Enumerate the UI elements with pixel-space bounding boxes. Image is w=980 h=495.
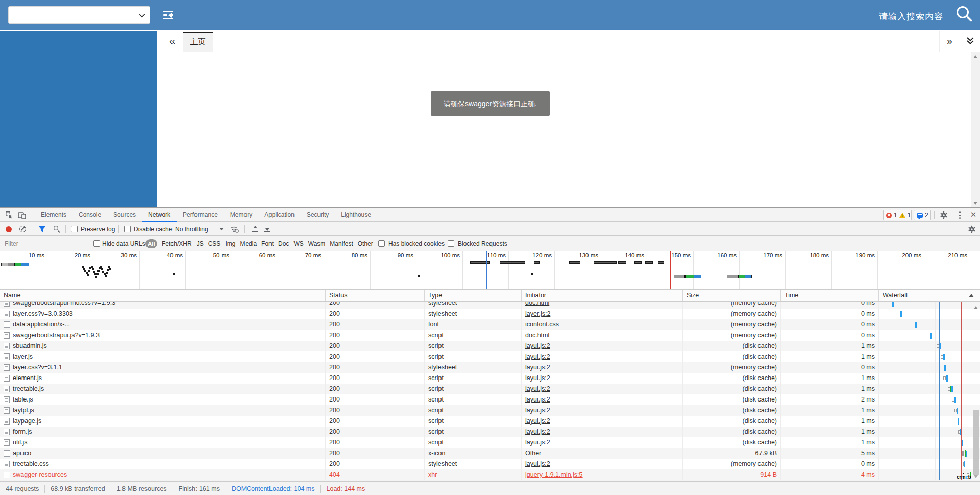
- filter-type-css[interactable]: CSS: [208, 240, 221, 247]
- devtools-tab-lighthouse[interactable]: Lighthouse: [335, 208, 377, 222]
- network-request-row[interactable]: swaggerbootstrapui.js?v=1.9.3200scriptdo…: [0, 330, 980, 341]
- table-scrollbar[interactable]: [972, 303, 980, 480]
- request-initiator[interactable]: layui.js:2: [525, 374, 550, 382]
- column-header-initiator[interactable]: Initiator: [522, 290, 683, 301]
- disable-cache-checkbox[interactable]: [124, 226, 131, 232]
- search-placeholder[interactable]: 请输入搜索内容: [879, 11, 943, 22]
- request-initiator[interactable]: layui.js:2: [525, 342, 550, 349]
- request-initiator[interactable]: layui.js:2: [525, 439, 550, 446]
- search-icon[interactable]: [957, 6, 975, 25]
- tab-home[interactable]: 主页: [183, 32, 213, 52]
- request-initiator[interactable]: jquery-1.9.1.min.js:5: [525, 471, 583, 478]
- scroll-up-icon[interactable]: [973, 55, 977, 58]
- api-group-select[interactable]: [8, 6, 150, 24]
- page-scrollbar[interactable]: [971, 52, 980, 208]
- network-request-row[interactable]: element.js200scriptlayui.js:2(disk cache…: [0, 373, 980, 384]
- filter-type-ws[interactable]: WS: [293, 240, 303, 247]
- network-conditions-icon[interactable]: [230, 226, 239, 233]
- preserve-log-checkbox[interactable]: [71, 226, 78, 232]
- network-request-row[interactable]: swagger-resources404xhrjquery-1.9.1.min.…: [0, 469, 980, 480]
- filter-type-other[interactable]: Other: [358, 240, 373, 247]
- tab-scroll-right-icon[interactable]: »: [939, 31, 960, 52]
- devtools-tab-memory[interactable]: Memory: [224, 208, 258, 222]
- filter-type-wasm[interactable]: Wasm: [308, 240, 326, 247]
- network-request-row[interactable]: data:application/x-...200fonticonfont.cs…: [0, 319, 980, 330]
- settings-gear-icon[interactable]: [940, 211, 948, 219]
- filter-type-js[interactable]: JS: [197, 240, 204, 247]
- devtools-tab-performance[interactable]: Performance: [177, 208, 224, 222]
- network-request-row[interactable]: laypage.js200scriptlayui.js:2(disk cache…: [0, 416, 980, 427]
- filter-type-all[interactable]: All: [145, 239, 157, 248]
- request-initiator[interactable]: doc.html: [525, 302, 549, 307]
- request-initiator[interactable]: iconfont.css: [525, 321, 559, 328]
- request-initiator[interactable]: layui.js:2: [525, 353, 550, 360]
- search-network-icon[interactable]: [54, 226, 60, 232]
- column-header-time[interactable]: Time: [781, 290, 879, 301]
- request-initiator[interactable]: layer.js:2: [525, 310, 550, 317]
- devtools-tab-network[interactable]: Network: [142, 208, 177, 222]
- close-devtools-icon[interactable]: ✕: [969, 210, 977, 219]
- devtools-tab-console[interactable]: Console: [72, 208, 107, 222]
- request-initiator[interactable]: layui.js:2: [525, 407, 550, 414]
- network-request-row[interactable]: util.js200scriptlayui.js:2(disk cache)1 …: [0, 437, 980, 448]
- console-errors-badge[interactable]: ✕ 1 1: [883, 210, 912, 220]
- filter-type-media[interactable]: Media: [240, 240, 257, 247]
- filter-type-font[interactable]: Font: [261, 240, 274, 247]
- request-initiator[interactable]: layui.js:2: [525, 460, 550, 467]
- issues-badge[interactable]: 2: [914, 210, 931, 220]
- column-header-name[interactable]: Name: [0, 290, 326, 301]
- record-icon[interactable]: [6, 226, 12, 232]
- filter-type-doc[interactable]: Doc: [278, 240, 289, 247]
- column-header-type[interactable]: Type: [425, 290, 522, 301]
- tab-actions-cell[interactable]: [960, 31, 980, 52]
- table-scrollbar-thumb[interactable]: [973, 410, 979, 475]
- request-initiator[interactable]: layui.js:2: [525, 364, 550, 371]
- tab-scroll-left-icon[interactable]: «: [169, 35, 175, 47]
- filter-type-img[interactable]: Img: [225, 240, 235, 247]
- request-initiator[interactable]: doc.html: [525, 332, 549, 339]
- sidebar-menu[interactable]: [0, 31, 157, 208]
- throttling-dropdown-icon[interactable]: [219, 228, 224, 230]
- network-request-row[interactable]: laytpl.js200scriptlayui.js:2(disk cache)…: [0, 405, 980, 416]
- filter-type-fetch-xhr[interactable]: Fetch/XHR: [162, 240, 192, 247]
- request-initiator[interactable]: layui.js:2: [525, 396, 550, 403]
- blocked-requests-checkbox[interactable]: [448, 240, 454, 247]
- column-header-status[interactable]: Status: [326, 290, 425, 301]
- import-har-icon[interactable]: [252, 226, 258, 232]
- network-overview[interactable]: 10 ms20 ms30 ms40 ms50 ms60 ms70 ms80 ms…: [0, 251, 980, 290]
- has-blocked-cookies-checkbox[interactable]: [378, 240, 385, 247]
- network-request-row[interactable]: swaggerbootstrapui-md.css?v=1.9.3200styl…: [0, 302, 980, 309]
- column-header-size[interactable]: Size: [683, 290, 781, 301]
- network-request-row[interactable]: layer.css?v=3.1.1200stylesheetlayui.js:2…: [0, 362, 980, 373]
- hide-data-urls-checkbox[interactable]: [93, 240, 100, 247]
- table-scroll-up-icon[interactable]: [974, 306, 978, 309]
- throttling-select[interactable]: No throttling: [175, 226, 208, 233]
- devtools-tab-application[interactable]: Application: [258, 208, 301, 222]
- devtools-tab-elements[interactable]: Elements: [35, 208, 72, 222]
- request-initiator[interactable]: layui.js:2: [525, 385, 550, 392]
- request-initiator[interactable]: layui.js:2: [525, 428, 550, 435]
- network-request-row[interactable]: treetable.css200stylesheetlayui.js:2(mem…: [0, 459, 980, 469]
- network-request-row[interactable]: api.ico200x-iconOther67.9 kB5 ms: [0, 448, 980, 459]
- collapse-sidebar-icon[interactable]: [163, 11, 174, 20]
- inspect-element-icon[interactable]: [5, 211, 13, 219]
- network-request-row[interactable]: table.js200scriptlayui.js:2(disk cache)2…: [0, 394, 980, 405]
- more-options-icon[interactable]: [955, 211, 964, 219]
- network-request-row[interactable]: layer.js200scriptlayui.js:2(disk cache)1…: [0, 351, 980, 362]
- table-scroll-down-icon[interactable]: [974, 475, 978, 478]
- network-settings-gear-icon[interactable]: [968, 225, 976, 233]
- network-request-row[interactable]: sbuadmin.js200scriptlayui.js:2(disk cach…: [0, 341, 980, 351]
- network-request-row[interactable]: form.js200scriptlayui.js:2(disk cache)1 …: [0, 427, 980, 437]
- export-har-icon[interactable]: [264, 226, 271, 232]
- scroll-down-icon[interactable]: [973, 202, 977, 205]
- device-toolbar-icon[interactable]: [18, 211, 26, 219]
- devtools-tab-sources[interactable]: Sources: [107, 208, 142, 222]
- column-header-waterfall[interactable]: Waterfall: [879, 290, 980, 301]
- clear-icon[interactable]: [19, 226, 26, 232]
- filter-input[interactable]: Filter: [5, 240, 18, 247]
- devtools-tab-security[interactable]: Security: [301, 208, 335, 222]
- network-request-row[interactable]: treetable.js200scriptlayui.js:2(disk cac…: [0, 384, 980, 394]
- request-initiator[interactable]: layui.js:2: [525, 417, 550, 425]
- filter-type-manifest[interactable]: Manifest: [330, 240, 353, 247]
- network-request-row[interactable]: layer.css?v=3.0.3303200stylesheetlayer.j…: [0, 309, 980, 319]
